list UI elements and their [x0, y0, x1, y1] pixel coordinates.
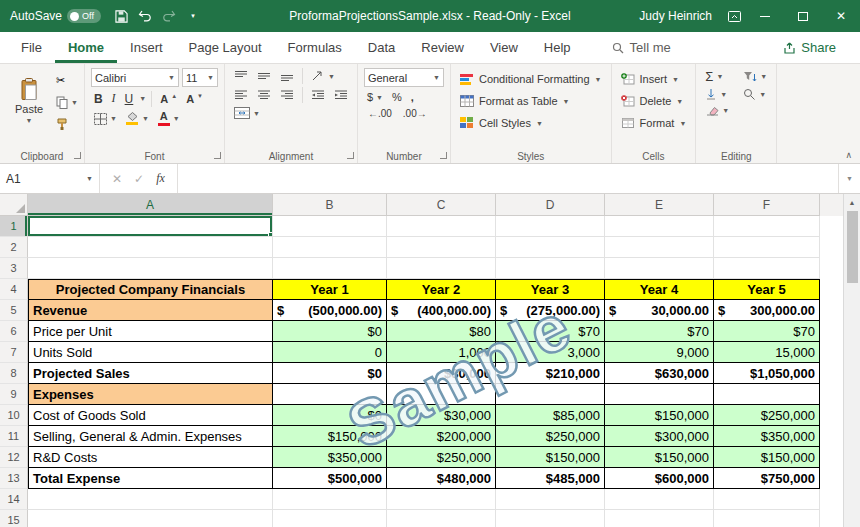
- cell-D5[interactable]: $(275,000.00): [496, 300, 605, 321]
- cell-A3[interactable]: [28, 258, 273, 279]
- formula-bar-expand-button[interactable]: ▼: [838, 164, 860, 193]
- number-dialog-launcher[interactable]: [440, 152, 447, 159]
- cell-F12[interactable]: $150,000: [714, 447, 820, 468]
- cell-C12[interactable]: $250,000: [387, 447, 496, 468]
- enter-button[interactable]: ✓: [134, 172, 144, 186]
- cell-E12[interactable]: $150,000: [605, 447, 714, 468]
- quick-access-caret[interactable]: ▾: [181, 0, 205, 32]
- close-button[interactable]: ✕: [822, 0, 860, 32]
- format-painter-button[interactable]: [56, 115, 78, 134]
- merge-center-button[interactable]: ▼: [231, 106, 263, 120]
- number-format-select[interactable]: General▼: [364, 68, 444, 87]
- cell-F13[interactable]: $750,000: [714, 468, 820, 489]
- cell-D2[interactable]: [496, 237, 605, 258]
- cell-D1[interactable]: [496, 216, 605, 237]
- cell-D14[interactable]: [496, 489, 605, 510]
- cell-F14[interactable]: [714, 489, 820, 510]
- scrollbar-thumb[interactable]: [847, 211, 858, 283]
- cell-E3[interactable]: [605, 258, 714, 279]
- cell-F6[interactable]: $70: [714, 321, 820, 342]
- cell-D12[interactable]: $150,000: [496, 447, 605, 468]
- cell-E11[interactable]: $300,000: [605, 426, 714, 447]
- ribbon-display-options-button[interactable]: [722, 0, 746, 32]
- cell-A1[interactable]: [28, 216, 273, 237]
- format-as-table-button[interactable]: Format as Table ▼: [457, 90, 605, 112]
- autosave-switch[interactable]: Off: [67, 9, 101, 23]
- cell-B6[interactable]: $0: [273, 321, 387, 342]
- align-center-button[interactable]: [254, 88, 274, 102]
- cell-A4[interactable]: Projected Company Financials: [28, 279, 273, 300]
- align-right-button[interactable]: [277, 88, 297, 102]
- comma-style-button[interactable]: ,: [408, 90, 417, 104]
- cell-D6[interactable]: $70: [496, 321, 605, 342]
- cell-C3[interactable]: [387, 258, 496, 279]
- cell-B8[interactable]: $0: [273, 363, 387, 384]
- row-header-13[interactable]: 13: [0, 468, 28, 489]
- insert-cells-button[interactable]: Insert ▼: [618, 68, 690, 90]
- tab-review[interactable]: Review: [408, 32, 477, 63]
- column-header-A[interactable]: A: [28, 194, 273, 216]
- decrease-indent-button[interactable]: [308, 88, 328, 102]
- undo-button[interactable]: [133, 0, 157, 32]
- row-header-12[interactable]: 12: [0, 447, 28, 468]
- account-user[interactable]: Judy Heinrich: [629, 9, 722, 23]
- autosum-button[interactable]: Σ▼: [702, 68, 732, 85]
- cell-B1[interactable]: [273, 216, 387, 237]
- row-header-3[interactable]: 3: [0, 258, 28, 279]
- cell-E8[interactable]: $630,000: [605, 363, 714, 384]
- delete-cells-button[interactable]: Delete ▼: [618, 90, 690, 112]
- cell-C6[interactable]: $80: [387, 321, 496, 342]
- column-header-C[interactable]: C: [387, 194, 496, 216]
- cell-D9[interactable]: [496, 384, 605, 405]
- cell-A13[interactable]: Total Expense: [28, 468, 273, 489]
- cell-F11[interactable]: $350,000: [714, 426, 820, 447]
- font-size-select[interactable]: 11▼: [182, 68, 218, 87]
- conditional-formatting-button[interactable]: Conditional Formatting ▼: [457, 68, 605, 90]
- cell-B12[interactable]: $350,000: [273, 447, 387, 468]
- cell-B13[interactable]: $500,000: [273, 468, 387, 489]
- align-bottom-button[interactable]: [277, 69, 297, 83]
- currency-button[interactable]: $▼: [364, 90, 386, 104]
- cell-A7[interactable]: Units Sold: [28, 342, 273, 363]
- alignment-dialog-launcher[interactable]: [347, 152, 354, 159]
- cell-C4[interactable]: Year 2: [387, 279, 496, 300]
- row-header-8[interactable]: 8: [0, 363, 28, 384]
- tab-help[interactable]: Help: [531, 32, 584, 63]
- cell-E13[interactable]: $600,000: [605, 468, 714, 489]
- select-all-corner[interactable]: [0, 194, 28, 216]
- cell-D11[interactable]: $250,000: [496, 426, 605, 447]
- cell-C8[interactable]: $80,000: [387, 363, 496, 384]
- cell-C7[interactable]: 1,000: [387, 342, 496, 363]
- tab-formulas[interactable]: Formulas: [275, 32, 355, 63]
- cell-C10[interactable]: $30,000: [387, 405, 496, 426]
- tab-data[interactable]: Data: [355, 32, 408, 63]
- copy-button[interactable]: ▼: [56, 93, 78, 112]
- paste-button[interactable]: Paste ▼: [6, 68, 52, 134]
- column-header-B[interactable]: B: [273, 194, 387, 216]
- row-header-9[interactable]: 9: [0, 384, 28, 405]
- cell-D3[interactable]: [496, 258, 605, 279]
- cell-C9[interactable]: [387, 384, 496, 405]
- find-select-button[interactable]: ▼: [740, 87, 770, 101]
- cell-B5[interactable]: $(500,000.00): [273, 300, 387, 321]
- tab-view[interactable]: View: [477, 32, 531, 63]
- fill-color-button[interactable]: ▼: [123, 111, 152, 126]
- scroll-up-icon[interactable]: ▲: [844, 194, 860, 211]
- sort-filter-button[interactable]: ▼: [740, 70, 770, 84]
- decrease-decimal-button[interactable]: .00→: [399, 107, 431, 120]
- tell-me-button[interactable]: Tell me: [612, 40, 671, 55]
- cell-E5[interactable]: $30,000.00: [605, 300, 714, 321]
- cell-A15[interactable]: [28, 510, 273, 527]
- cell-D10[interactable]: $85,000: [496, 405, 605, 426]
- cell-E4[interactable]: Year 4: [605, 279, 714, 300]
- cell-D7[interactable]: 3,000: [496, 342, 605, 363]
- vertical-scrollbar[interactable]: ▲: [843, 194, 860, 527]
- cell-F8[interactable]: $1,050,000: [714, 363, 820, 384]
- row-header-10[interactable]: 10: [0, 405, 28, 426]
- underline-button[interactable]: U: [122, 91, 137, 107]
- cell-B10[interactable]: $0: [273, 405, 387, 426]
- cell-A10[interactable]: Cost of Goods Sold: [28, 405, 273, 426]
- cell-C14[interactable]: [387, 489, 496, 510]
- cell-F7[interactable]: 15,000: [714, 342, 820, 363]
- cell-B11[interactable]: $150,000: [273, 426, 387, 447]
